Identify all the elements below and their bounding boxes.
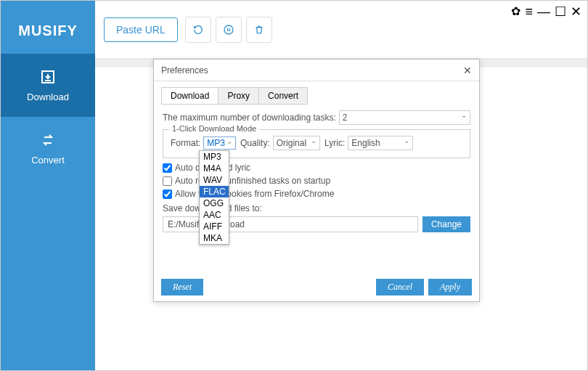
delete-button[interactable]: [246, 17, 272, 43]
format-option-mp3[interactable]: MP3: [200, 151, 229, 163]
change-button[interactable]: Change: [422, 216, 470, 232]
apply-button[interactable]: Apply: [428, 279, 472, 295]
dialog-header: Preferences ✕: [154, 60, 479, 81]
format-option-flac[interactable]: FLAC: [200, 186, 229, 197]
sidebar-item-label: Convert: [1, 155, 95, 166]
maximize-icon[interactable]: ☐: [555, 5, 566, 18]
auto-dl-lyric-checkbox[interactable]: [163, 163, 172, 173]
tab-download[interactable]: Download: [162, 88, 219, 104]
format-dropdown: MP3 M4A WAV FLAC OGG AAC AIFF MKA: [199, 150, 229, 245]
convert-icon: [39, 131, 57, 149]
lyric-label: Lyric:: [324, 138, 345, 148]
cancel-button[interactable]: Cancel: [376, 279, 424, 295]
format-option-aiff[interactable]: AIFF: [200, 221, 229, 232]
auto-resume-checkbox[interactable]: [163, 176, 172, 186]
close-icon[interactable]: ✕: [463, 65, 472, 76]
max-tasks-select[interactable]: 2: [339, 110, 470, 125]
refresh-button[interactable]: [185, 17, 211, 43]
download-icon: [39, 68, 57, 86]
pause-button[interactable]: [216, 17, 242, 43]
paste-url-button[interactable]: Paste URL: [104, 17, 178, 42]
format-select[interactable]: MP3: [203, 136, 236, 150]
dialog-title: Preferences: [161, 65, 208, 76]
tab-bar: Download Proxy Convert: [161, 87, 308, 105]
tab-proxy[interactable]: Proxy: [219, 88, 259, 104]
quality-select[interactable]: Original: [273, 136, 320, 150]
close-window-icon[interactable]: ✕: [571, 5, 581, 18]
tab-convert[interactable]: Convert: [259, 88, 307, 104]
brand-logo: MUSIFY: [1, 1, 95, 54]
svg-point-1: [224, 25, 233, 34]
settings-icon[interactable]: ✿: [511, 6, 520, 17]
sidebar-item-download[interactable]: Download: [1, 54, 95, 117]
sidebar-item-convert[interactable]: Convert: [1, 117, 95, 180]
format-option-ogg[interactable]: OGG: [200, 197, 229, 209]
cookies-checkbox[interactable]: [163, 189, 172, 199]
max-tasks-label: The maximum number of downloading tasks:: [163, 113, 336, 123]
dialog-footer: Reset Cancel Apply: [161, 279, 472, 295]
pause-icon: [223, 24, 234, 36]
refresh-icon: [192, 24, 204, 36]
oneclick-legend: 1-Click Download Mode: [169, 124, 259, 133]
format-option-wav[interactable]: WAV: [200, 174, 229, 186]
sidebar-item-label: Download: [1, 91, 95, 102]
menu-icon[interactable]: ≡: [525, 5, 533, 18]
format-option-mka[interactable]: MKA: [200, 232, 229, 244]
trash-icon: [253, 24, 265, 36]
quality-label: Quality:: [240, 138, 270, 148]
format-option-m4a[interactable]: M4A: [200, 163, 229, 174]
reset-button[interactable]: Reset: [161, 279, 203, 295]
sidebar: MUSIFY Download Convert: [1, 1, 95, 370]
minimize-icon[interactable]: —: [537, 5, 550, 18]
window-controls: ✿ ≡ — ☐ ✕: [511, 5, 581, 18]
lyric-select[interactable]: English: [348, 136, 413, 150]
format-label: Format:: [171, 138, 200, 148]
format-option-aac[interactable]: AAC: [200, 209, 229, 221]
